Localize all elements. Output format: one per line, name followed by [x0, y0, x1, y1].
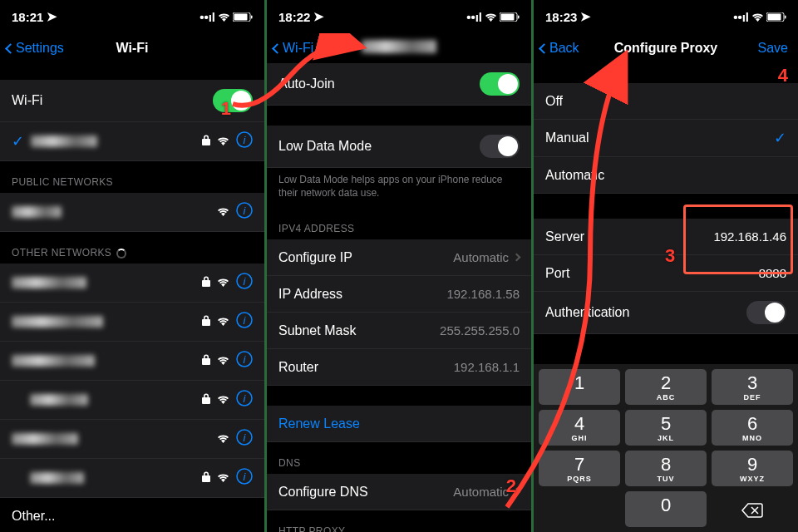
subnet-value: 255.255.255.0 [440, 323, 520, 337]
location-icon: ➤ [47, 9, 57, 24]
page-title [362, 40, 436, 57]
key-5[interactable]: 5JKL [625, 410, 707, 446]
info-icon[interactable]: i [236, 202, 253, 222]
ip-label: IP Address [278, 287, 446, 302]
other-network-row[interactable]: i [0, 264, 264, 303]
other-network-row[interactable]: i [0, 459, 264, 498]
key-2[interactable]: 2ABC [625, 369, 707, 405]
battery-icon [233, 12, 253, 22]
configure-ip-row[interactable]: Configure IPAutomatic [267, 239, 531, 276]
renew-lease-label: Renew Lease [278, 416, 520, 431]
annotation-1: 1 [221, 98, 231, 120]
other-network-row[interactable]: i [0, 381, 264, 420]
proxy-mode-manual[interactable]: Manual✓ [534, 120, 798, 157]
lowdata-row[interactable]: Low Data Mode [267, 126, 531, 168]
status-bar: 18:22➤ ••ıl [267, 0, 531, 33]
key-8[interactable]: 8TUV [625, 451, 707, 486]
lowdata-toggle[interactable] [480, 135, 520, 158]
wifi-icon [217, 204, 229, 219]
lowdata-footnote: Low Data Mode helps apps on your iPhone … [267, 168, 531, 208]
svg-rect-23 [768, 13, 781, 20]
other-network-row[interactable]: i [0, 342, 264, 381]
phone-screen-2: 18:22➤ ••ıl Wi-Fi Auto-Join Low Data Mod… [267, 0, 531, 532]
svg-text:i: i [244, 392, 247, 405]
svg-text:i: i [244, 204, 247, 217]
subnet-row: Subnet Mask255.255.255.0 [267, 313, 531, 349]
svg-text:i: i [244, 470, 247, 483]
svg-text:i: i [244, 314, 247, 327]
key-1[interactable]: 1 [539, 369, 620, 405]
svg-rect-24 [785, 15, 786, 18]
ip-value: 192.168.1.58 [446, 287, 520, 301]
lowdata-label: Low Data Mode [278, 139, 480, 154]
info-icon[interactable]: i [236, 468, 253, 488]
chevron-left-icon [272, 43, 283, 54]
current-network-row[interactable]: ✓ i [0, 122, 264, 161]
configure-dns-row[interactable]: Configure DNSAutomatic [267, 474, 531, 510]
highlight-server-port [683, 204, 793, 274]
info-icon[interactable]: i [236, 273, 253, 293]
renew-lease-row[interactable]: Renew Lease [267, 406, 531, 442]
key-7[interactable]: 7PQRS [539, 451, 620, 486]
info-icon[interactable]: i [236, 131, 253, 151]
info-icon[interactable]: i [236, 351, 253, 371]
key-4[interactable]: 4GHI [539, 410, 620, 446]
check-icon: ✓ [12, 132, 24, 150]
network-name-blurred [12, 433, 78, 445]
lock-icon [202, 134, 210, 149]
mode-manual-label: Manual [545, 131, 774, 145]
page-title: Configure Proxy [614, 41, 717, 56]
svg-text:i: i [244, 353, 247, 366]
nav-bar: Back Configure Proxy Save [534, 33, 798, 63]
info-icon[interactable]: i [236, 312, 253, 332]
status-time: 18:21 [12, 10, 43, 24]
svg-rect-2 [251, 15, 253, 18]
chevron-right-icon [513, 254, 521, 262]
key-6[interactable]: 6MNO [712, 410, 793, 446]
section-dns: DNS [267, 442, 531, 474]
other-option[interactable]: Other... [0, 498, 264, 532]
back-label: Back [549, 41, 579, 56]
configure-dns-label: Configure DNS [278, 485, 453, 500]
info-icon[interactable]: i [236, 429, 253, 449]
annotation-4: 4 [778, 65, 788, 86]
nav-bar: Settings Wi-Fi [0, 33, 264, 63]
mode-off-label: Off [545, 94, 786, 109]
public-network-row[interactable]: i [0, 193, 264, 232]
wifi-icon [751, 12, 764, 22]
auth-row[interactable]: Authentication [534, 292, 798, 334]
other-network-row[interactable]: i [0, 303, 264, 342]
autojoin-toggle[interactable] [480, 72, 520, 96]
key-backspace[interactable] [712, 491, 793, 527]
status-time: 18:22 [278, 10, 310, 24]
status-bar: 18:23➤ ••ıl [534, 0, 798, 33]
key-9[interactable]: 9WXYZ [712, 451, 793, 486]
backspace-icon [741, 503, 763, 518]
back-button[interactable]: Wi-Fi [273, 41, 313, 56]
wifi-toggle[interactable] [213, 89, 253, 112]
info-icon[interactable]: i [236, 390, 253, 410]
autojoin-row[interactable]: Auto-Join [267, 63, 531, 106]
back-button[interactable]: Back [540, 41, 579, 56]
back-button[interactable]: Settings [7, 41, 64, 56]
key-blank [539, 491, 620, 527]
signal-icon: ••ıl [466, 10, 482, 24]
battery-icon [766, 12, 786, 22]
auth-toggle[interactable] [746, 301, 786, 324]
configure-ip-value: Automatic [453, 250, 509, 264]
battery-icon [500, 12, 520, 22]
other-label: Other... [12, 509, 55, 524]
key-0[interactable]: 0 [625, 491, 707, 527]
save-button[interactable]: Save [758, 41, 788, 56]
svg-rect-21 [518, 15, 520, 18]
proxy-mode-auto[interactable]: Automatic [534, 157, 798, 194]
proxy-mode-off[interactable]: Off [534, 83, 798, 120]
section-public: PUBLIC NETWORKS [0, 161, 264, 193]
wifi-icon [217, 353, 229, 368]
key-3[interactable]: 3DEF [712, 369, 793, 405]
location-icon: ➤ [580, 9, 591, 24]
back-label: Settings [16, 41, 64, 56]
lock-icon [202, 353, 210, 368]
check-icon: ✓ [774, 129, 786, 147]
other-network-row[interactable]: i [0, 420, 264, 459]
